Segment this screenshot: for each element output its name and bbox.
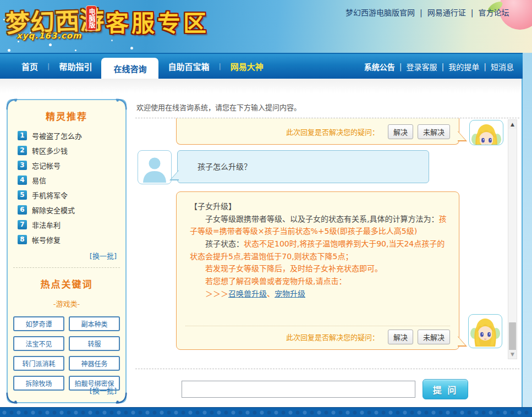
keyword-button[interactable]: 转门派消耗 xyxy=(13,356,64,371)
link-passport[interactable]: 网易通行证 xyxy=(427,8,466,17)
link-my-tickets[interactable]: 我的提单 xyxy=(448,61,479,72)
answer-text: 若您想了解召唤兽或者宠物升级,请点击： xyxy=(190,275,447,288)
tab-online-consult[interactable]: 在线咨询 xyxy=(101,58,158,79)
recommend-item[interactable]: 8帐号修复 xyxy=(18,232,125,247)
link-messages[interactable]: 短消息 xyxy=(491,61,514,72)
change-batch-link-2[interactable]: [换一批] xyxy=(90,385,117,396)
sidebar: 精灵推荐 1号被盗了怎么办 2转区多少钱 3忘记帐号 4易信 5手机将军令 6解… xyxy=(7,99,127,403)
item-number-badge: 3 xyxy=(18,161,27,170)
page-footer xyxy=(0,407,532,417)
link-login-service[interactable]: 登录客服 xyxy=(407,61,437,72)
recommend-item[interactable]: 4易信 xyxy=(18,173,125,188)
link-forum[interactable]: 官方论坛 xyxy=(478,8,509,17)
unresolved-button[interactable]: 未解决 xyxy=(418,330,450,344)
link-system-notice[interactable]: 系统公告 xyxy=(364,61,395,72)
keyword-button[interactable]: 副本种类 xyxy=(69,316,120,331)
summon-upgrade-link[interactable]: 召唤兽升级 xyxy=(228,289,267,298)
answer-text: 孩子状态： xyxy=(205,239,244,248)
item-number-badge: 6 xyxy=(18,205,27,215)
main-nav: 首页 | 帮助指引 在线咨询 自助百宝箱 | 网易大神 系统公告|登录客服|我的… xyxy=(0,53,523,79)
keyword-button[interactable]: 如梦奇谭 xyxy=(13,316,64,331)
previous-answer-bubble: 此次回复是否解决您的疑问： 解决 未解决 xyxy=(176,118,459,145)
recommend-item[interactable]: 7非法牟利 xyxy=(18,217,125,232)
sidebar-divider xyxy=(13,267,120,268)
header-links: 梦幻西游电脑版官网|网易通行证|官方论坛 xyxy=(345,7,509,18)
answer-title: 【子女升级】 xyxy=(190,200,447,213)
link-separator: | xyxy=(466,8,479,17)
answer-text: 子女等级跟携带者等级、以及子女的状态有关系,具体的计算方法为： xyxy=(205,215,438,223)
user-avatar-icon xyxy=(138,150,172,184)
item-number-badge: 8 xyxy=(18,235,27,244)
chat-scrollbar[interactable]: ▲ ▼ xyxy=(508,119,517,359)
keyword-button[interactable]: 拆除牧场 xyxy=(13,376,64,391)
item-number-badge: 2 xyxy=(18,146,27,155)
user-message-bubble: 孩子怎么升级？ xyxy=(177,150,429,183)
recommend-item[interactable]: 2转区多少钱 xyxy=(18,143,125,158)
bubble-tail xyxy=(458,131,465,140)
link-separator: | xyxy=(395,62,407,71)
corner-ornament-icon xyxy=(6,392,18,404)
corner-ornament-icon xyxy=(116,98,128,110)
hot-keywords-title: 热点关键词 xyxy=(8,277,125,290)
keyword-button[interactable]: 法宝不见 xyxy=(13,336,64,351)
keyword-button[interactable]: 神器任务 xyxy=(69,356,120,371)
recommend-item[interactable]: 1号被盗了怎么办 xyxy=(18,128,125,143)
link-official-site[interactable]: 梦幻西游电脑版官网 xyxy=(345,8,415,17)
input-area-divider xyxy=(135,369,519,369)
answer-link-prefix: ＞＞＞ xyxy=(205,289,228,298)
item-number-badge: 7 xyxy=(18,220,27,229)
feedback-row: 此次回复是否解决您的疑问： 解决 未解决 xyxy=(286,124,450,139)
welcome-message: 欢迎使用在线咨询系统，请您在下方输入提问内容。 xyxy=(136,102,301,112)
page-title: 客服专区 xyxy=(106,4,209,38)
item-number-badge: 4 xyxy=(18,175,27,185)
link-separator: | xyxy=(437,62,449,71)
item-number-badge: 1 xyxy=(18,131,27,140)
keyword-button[interactable]: 转服 xyxy=(69,336,120,351)
feedback-question: 此次回复是否解决您的疑问： xyxy=(286,332,379,342)
tab-home[interactable]: 首页 xyxy=(12,61,47,72)
recommend-item[interactable]: 3忘记帐号 xyxy=(18,158,125,173)
tab-self-service[interactable]: 自助百宝箱 xyxy=(158,61,218,72)
recommend-item[interactable]: 6解除安全模式 xyxy=(18,202,125,217)
answer-body: 【子女升级】 子女等级跟携带者等级、以及子女的状态有关系,具体的计算方法为：孩子… xyxy=(177,192,459,300)
logo-url: xyq.163.com xyxy=(17,31,82,41)
site-header: 梦幻西游 电脑版 xyq.163.com 客服专区 梦幻西游电脑版官网|网易通行… xyxy=(0,0,532,53)
hot-keywords-category: -游戏类- xyxy=(8,298,125,309)
scroll-down-icon[interactable]: ▼ xyxy=(508,350,517,359)
pc-edition-badge: 电脑版 xyxy=(86,6,97,31)
keyword-grid: 如梦奇谭 副本种类 法宝不见 转服 转门派消耗 神器任务 拆除牧场 拍靓号绑密保 xyxy=(13,316,120,391)
change-batch-link[interactable]: [换一批] xyxy=(8,250,125,261)
resolved-button[interactable]: 解决 xyxy=(388,330,413,344)
resolved-button[interactable]: 解决 xyxy=(388,124,413,139)
feedback-question: 此次回复是否解决您的疑问： xyxy=(286,127,379,137)
feedback-row: 此次回复是否解决您的疑问： 解决 未解决 xyxy=(286,330,450,344)
scroll-up-icon[interactable]: ▲ xyxy=(508,120,517,129)
answer-bubble: 【子女升级】 子女等级跟携带者等级、以及子女的状态有关系,具体的计算方法为：孩子… xyxy=(176,191,459,350)
link-separator: | xyxy=(479,62,491,71)
answer-divider xyxy=(185,326,450,326)
corner-ornament-icon xyxy=(116,392,128,404)
link-list-separator: 、 xyxy=(267,289,275,298)
corner-ornament-icon xyxy=(6,98,18,110)
bubble-tail xyxy=(171,171,179,179)
chat-scroll-area: 此次回复是否解决您的疑问： 解决 未解决 xyxy=(135,118,519,361)
pet-upgrade-link[interactable]: 宠物升级 xyxy=(275,289,305,298)
nav-tabs: 首页 | 帮助指引 在线咨询 自助百宝箱 | 网易大神 xyxy=(12,54,273,79)
link-separator: | xyxy=(415,8,427,17)
content-area: 精灵推荐 1号被盗了怎么办 2转区多少钱 3忘记帐号 4易信 5手机将军令 6解… xyxy=(0,79,523,407)
bubble-tail xyxy=(458,337,465,345)
unresolved-button[interactable]: 未解决 xyxy=(418,124,450,139)
item-number-badge: 5 xyxy=(18,190,27,200)
sparkle-decoration xyxy=(3,19,5,20)
nav-user-links: 系统公告|登录客服|我的提单|短消息 xyxy=(364,54,514,79)
question-input[interactable] xyxy=(182,381,415,398)
ask-button[interactable]: 提 问 xyxy=(423,379,468,399)
user-message-text: 孩子怎么升级？ xyxy=(178,151,429,183)
recommend-item[interactable]: 5手机将军令 xyxy=(18,188,125,202)
recommend-title: 精灵推荐 xyxy=(8,109,125,123)
answer-text: 若发现子女等级下降后，及时给子女补充状态即可。 xyxy=(190,262,447,275)
tab-netease-dashen[interactable]: 网易大神 xyxy=(221,61,273,72)
tab-help-guide[interactable]: 帮助指引 xyxy=(50,61,101,72)
scrollbar-thumb[interactable] xyxy=(509,322,516,352)
gm-avatar-image xyxy=(468,314,502,348)
